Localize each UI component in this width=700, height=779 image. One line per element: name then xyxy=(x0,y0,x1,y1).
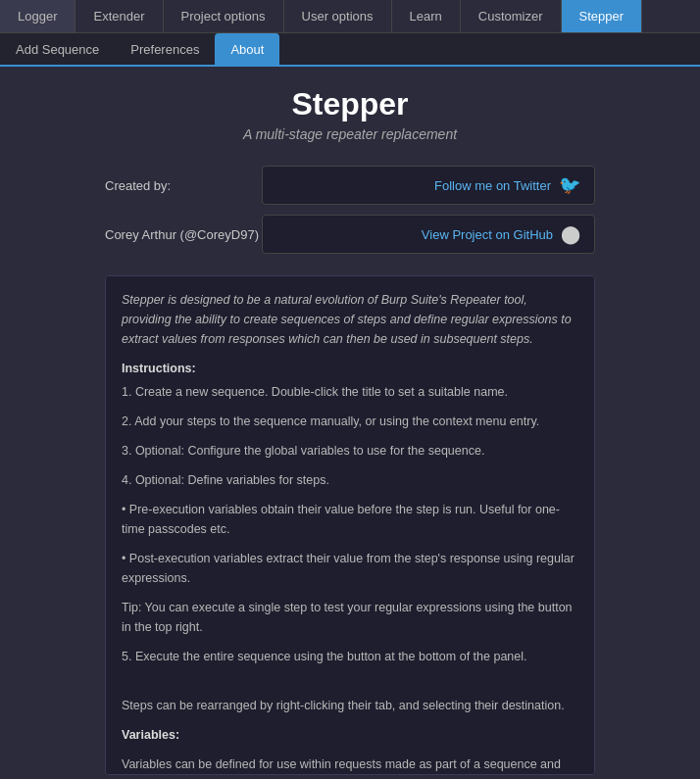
instruction-1: 1. Create a new sequence. Double-click t… xyxy=(122,382,578,402)
instruction-4: 4. Optional: Define variables for steps. xyxy=(122,470,578,490)
rearrange-text: Steps can be rearranged by right-clickin… xyxy=(122,696,578,715)
intro-text: Stepper is designed to be a natural evol… xyxy=(122,290,578,349)
author-row: Corey Arthur (@CoreyD97) View Project on… xyxy=(105,215,595,254)
instructions-header: Instructions: xyxy=(122,359,578,378)
subnav-preferences[interactable]: Preferences xyxy=(115,33,215,65)
twitter-icon: 🐦 xyxy=(559,174,580,196)
subnav-add-sequence[interactable]: Add Sequence xyxy=(0,33,115,65)
twitter-button-label: Follow me on Twitter xyxy=(434,178,551,193)
nav-learn[interactable]: Learn xyxy=(392,0,461,32)
created-by-label: Created by: xyxy=(105,178,262,193)
github-button[interactable]: View Project on GitHub ⬤ xyxy=(262,215,595,254)
instruction-4a: • Pre-execution variables obtain their v… xyxy=(122,500,578,539)
github-button-label: View Project on GitHub xyxy=(422,227,553,242)
nav-customizer[interactable]: Customizer xyxy=(461,0,562,32)
instruction-tip: Tip: You can execute a single step to te… xyxy=(122,598,578,637)
github-icon: ⬤ xyxy=(561,223,580,245)
sub-navigation: Add Sequence Preferences About xyxy=(0,33,700,67)
nav-project-options[interactable]: Project options xyxy=(164,0,284,32)
subnav-about[interactable]: About xyxy=(215,33,279,65)
nav-user-options[interactable]: User options xyxy=(284,0,392,32)
nav-logger[interactable]: Logger xyxy=(0,0,75,32)
main-content: Stepper A multi-stage repeater replaceme… xyxy=(0,67,700,779)
instruction-3: 3. Optional: Configure the global variab… xyxy=(122,441,578,461)
description-box[interactable]: Stepper is designed to be a natural evol… xyxy=(105,275,595,775)
variables-header: Variables: xyxy=(122,728,179,742)
instruction-4b: • Post-execution variables extract their… xyxy=(122,549,578,588)
top-navigation: Logger Extender Project options User opt… xyxy=(0,0,700,33)
instruction-2: 2. Add your steps to the sequence manual… xyxy=(122,412,578,431)
instruction-5: 5. Execute the entire sequence using the… xyxy=(122,647,578,666)
created-by-row: Created by: Follow me on Twitter 🐦 xyxy=(105,166,595,205)
author-name: Corey Arthur (@CoreyD97) xyxy=(105,227,262,242)
app-title: Stepper xyxy=(291,86,408,122)
app-subtitle: A multi-stage repeater replacement xyxy=(243,126,457,142)
variables-text: Variables can be defined for use within … xyxy=(122,755,578,775)
nav-extender[interactable]: Extender xyxy=(75,0,163,32)
twitter-button[interactable]: Follow me on Twitter 🐦 xyxy=(262,166,595,205)
nav-stepper[interactable]: Stepper xyxy=(562,0,643,32)
